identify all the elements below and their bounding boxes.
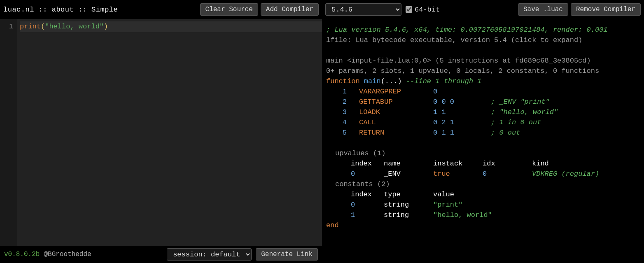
remove-compiler-button[interactable]: Remove Compiler xyxy=(571,3,641,16)
editor-gutter: 1 xyxy=(0,19,17,246)
instr-linenum: 5 xyxy=(326,128,359,138)
token-rparen: ) xyxy=(104,23,108,30)
upvalues-table: index name instack idx kind 0_ENVtrue0VD… xyxy=(351,158,640,179)
instr-args: 0 2 1 xyxy=(433,117,491,128)
generate-link-button[interactable]: Generate Link xyxy=(256,248,318,261)
upv-h-kind: kind xyxy=(532,158,640,169)
line-number: 1 xyxy=(0,21,13,32)
code-lines[interactable]: print("hello, world") xyxy=(17,19,322,246)
instr-opcode: VARARGPREP xyxy=(359,86,433,97)
source-editor[interactable]: 1 print("hello, world") xyxy=(0,19,322,246)
token-fn: print xyxy=(20,23,41,30)
compiler-top-bar: 5.4.6 64-bit Save .luac Remove Compiler xyxy=(322,0,644,19)
upv-h-index: index xyxy=(351,158,384,169)
session-select[interactable]: session: default xyxy=(167,248,252,261)
instr-linenum: 4 xyxy=(326,117,359,128)
const-index: 1 xyxy=(351,210,384,220)
upv-idx: 0 xyxy=(483,169,532,179)
instruction-list: 1VARARGPREP02GETTABUP0 0 0; _ENV "print"… xyxy=(326,86,640,138)
instruction-row: 3LOADK1 1; "hello, world" xyxy=(326,107,640,117)
arch-label: 64-bit xyxy=(415,6,440,14)
page-title: luac.nl :: about :: Simple xyxy=(3,6,118,14)
instr-args: 1 1 xyxy=(433,107,491,117)
upv-h-instack: instack xyxy=(433,158,483,169)
const-value: "hello, world" xyxy=(433,210,640,220)
const-h-type: type xyxy=(384,189,433,200)
const-index: 0 xyxy=(351,200,384,210)
instr-linenum: 1 xyxy=(326,86,359,97)
upvalue-row: 0_ENVtrue0VDKREG (regular) xyxy=(351,169,640,179)
end-keyword: end xyxy=(326,220,640,230)
instr-args: 0 xyxy=(433,86,491,97)
instr-linenum: 2 xyxy=(326,97,359,107)
author-handle[interactable]: @BGroothedde xyxy=(44,251,91,258)
output-meta-comment: ; Lua version 5.4.6, x64, time: 0.007276… xyxy=(326,25,640,35)
instr-opcode: LOADK xyxy=(359,107,433,117)
output-main-meta: 0+ params, 2 slots, 1 upvalue, 0 locals,… xyxy=(326,66,640,76)
instr-args: 0 1 1 xyxy=(433,128,491,138)
upvalues-title: upvalues (1) xyxy=(335,148,640,158)
compiler-pane: 5.4.6 64-bit Save .luac Remove Compiler … xyxy=(322,0,644,263)
function-comment: --line 1 through 1 xyxy=(406,77,482,85)
const-h-value: value xyxy=(433,189,640,200)
constants-table: index type value 0string"print"1string"h… xyxy=(351,189,640,220)
instr-comment: ; _ENV "print" xyxy=(491,97,550,107)
add-compiler-button[interactable]: Add Compiler xyxy=(261,3,319,16)
arch-checkbox[interactable] xyxy=(406,6,412,13)
function-header: function main(...) --line 1 through 1 xyxy=(326,76,640,86)
clear-source-button[interactable]: Clear Source xyxy=(200,3,258,16)
upv-instack: true xyxy=(433,169,483,179)
version-label: v0.8.0.2b xyxy=(4,251,40,258)
upv-kind: VDKREG (regular) xyxy=(532,169,640,179)
instruction-row: 2GETTABUP0 0 0; _ENV "print" xyxy=(326,97,640,107)
constants-title: constants (2) xyxy=(335,179,640,189)
token-string: "hello, world" xyxy=(45,23,104,30)
instruction-row: 5RETURN0 1 1; 0 out xyxy=(326,128,640,138)
upv-h-name: name xyxy=(384,158,433,169)
instr-linenum: 3 xyxy=(326,107,359,117)
const-value: "print" xyxy=(433,200,640,210)
instr-comment: ; 0 out xyxy=(491,128,520,138)
constant-row: 1string"hello, world" xyxy=(351,210,640,220)
save-luac-button[interactable]: Save .luac xyxy=(518,3,568,16)
instr-opcode: CALL xyxy=(359,117,433,128)
arch-toggle[interactable]: 64-bit xyxy=(406,6,440,14)
instruction-row: 1VARARGPREP0 xyxy=(326,86,640,97)
token-lparen: ( xyxy=(41,23,45,30)
source-footer: v0.8.0.2b @BGroothedde session: default … xyxy=(0,246,322,263)
instr-opcode: GETTABUP xyxy=(359,97,433,107)
instr-comment: ; 1 in 0 out xyxy=(491,117,541,128)
instr-opcode: RETURN xyxy=(359,128,433,138)
const-type: string xyxy=(384,200,433,210)
instruction-row: 4CALL0 2 1; 1 in 0 out xyxy=(326,117,640,128)
const-h-index: index xyxy=(351,189,384,200)
constant-row: 0string"print" xyxy=(351,200,640,210)
upv-name: _ENV xyxy=(384,169,433,179)
function-name: main xyxy=(364,77,381,85)
source-top-bar: luac.nl :: about :: Simple Clear Source … xyxy=(0,0,322,19)
const-type: string xyxy=(384,210,433,220)
bytecode-output[interactable]: ; Lua version 5.4.6, x64, time: 0.007276… xyxy=(322,19,644,263)
function-keyword: function xyxy=(326,77,360,85)
function-args: (...) xyxy=(381,77,402,85)
instr-comment: ; "hello, world" xyxy=(491,107,558,117)
output-file-line[interactable]: lfile: Lua bytecode executable, version … xyxy=(326,35,640,45)
lua-version-select[interactable]: 5.4.6 xyxy=(325,3,401,16)
upv-h-idx: idx xyxy=(483,158,532,169)
source-pane: luac.nl :: about :: Simple Clear Source … xyxy=(0,0,322,263)
upv-index: 0 xyxy=(351,169,384,179)
output-main-sig: main <input-file.lua:0,0> (5 instruction… xyxy=(326,56,640,66)
instr-args: 0 0 0 xyxy=(433,97,491,107)
